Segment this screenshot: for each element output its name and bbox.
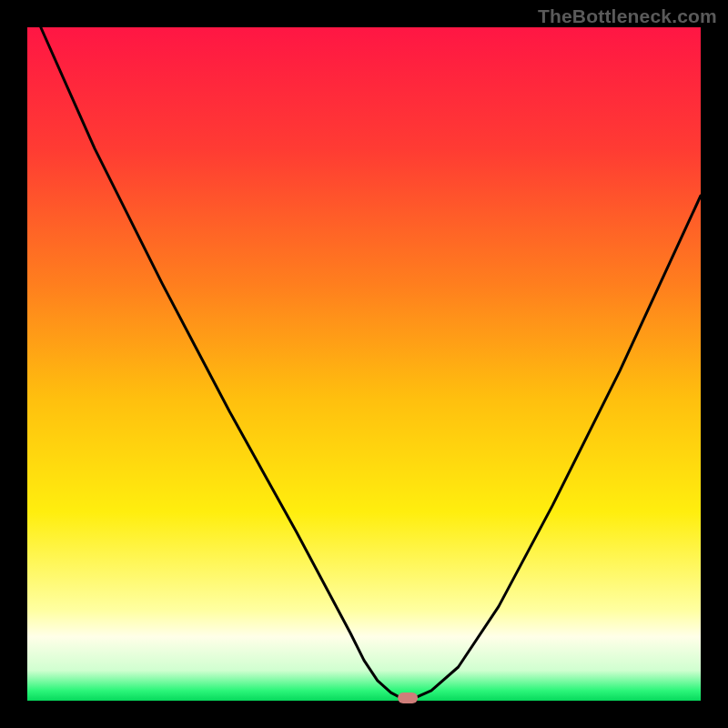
chart-svg <box>0 0 728 728</box>
chart-stage: TheBottleneck.com <box>0 0 728 728</box>
optimum-marker <box>398 693 418 703</box>
watermark-text: TheBottleneck.com <box>538 5 717 27</box>
gradient-background <box>27 27 701 701</box>
